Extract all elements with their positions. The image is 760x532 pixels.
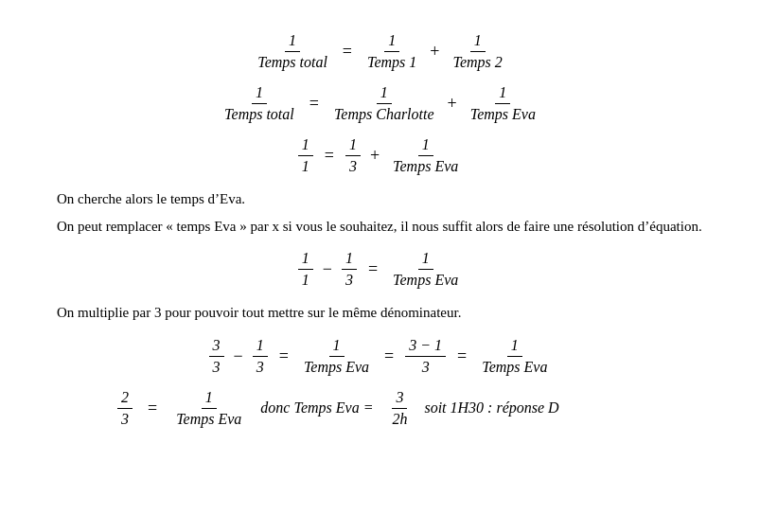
formula-3: 1 1 = 1 3 + 1 Temps Eva	[57, 136, 703, 175]
frac-5a: 3 3	[209, 337, 224, 376]
frac-5b: 1 3	[253, 337, 268, 376]
frac-5c: 1 Temps Eva	[300, 337, 373, 376]
frac-3-rhs1: 1 3	[345, 136, 361, 175]
formula-5: 3 3 − 1 3 = 1 Temps Eva = 3 − 1 3 = 1 Te…	[57, 337, 703, 376]
frac-3-rhs2: 1 Temps Eva	[389, 136, 462, 175]
suffix-text: soit 1H30 : réponse D	[424, 399, 558, 417]
page: 1 Temps total = 1 Temps 1 + 1 Temps 2 1 …	[57, 32, 703, 428]
frac-1-lhs: 1 Temps total	[254, 32, 331, 71]
formula-6: 2 3 = 1 Temps Eva donc Temps Eva = 3 2h …	[57, 389, 703, 428]
frac-1-rhs1: 1 Temps 1	[363, 32, 420, 71]
frac-1-rhs2: 1 Temps 2	[449, 32, 505, 71]
frac-6-ans: 3 2h	[388, 389, 411, 428]
frac-4-rhs1: 1 3	[342, 250, 357, 289]
frac-4-rhs2: 1 Temps Eva	[389, 250, 462, 289]
frac-6-rhs: 1 Temps Eva	[172, 389, 245, 428]
paragraph-1: On cherche alors le temps d’Eva.	[57, 188, 703, 210]
formula-1: 1 Temps total = 1 Temps 1 + 1 Temps 2	[57, 32, 703, 71]
frac-3-lhs: 1 1	[298, 136, 313, 175]
frac-4-lhs: 1 1	[298, 250, 313, 289]
frac-2-rhs2: 1 Temps Eva	[467, 84, 539, 123]
frac-5d: 3 − 1 3	[405, 337, 446, 376]
frac-6-lhs: 2 3	[117, 389, 133, 428]
formula-4: 1 1 − 1 3 = 1 Temps Eva	[57, 250, 703, 289]
formula-2: 1 Temps total = 1 Temps Charlotte + 1 Te…	[57, 84, 703, 123]
frac-5e: 1 Temps Eva	[478, 337, 551, 376]
paragraph-2: On peut remplacer « temps Eva » par x si…	[57, 216, 703, 238]
frac-2-lhs: 1 Temps total	[221, 84, 298, 123]
donc-text: donc Temps Eva =	[260, 399, 373, 417]
frac-2-rhs1: 1 Temps Charlotte	[330, 84, 438, 123]
paragraph-3: On multiplie par 3 pour pouvoir tout met…	[57, 302, 703, 324]
